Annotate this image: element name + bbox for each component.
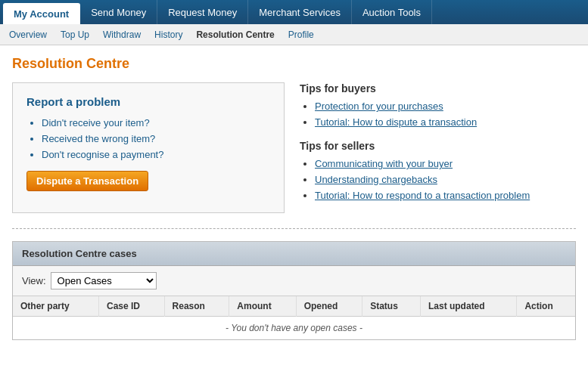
tip-seller-link-1[interactable]: Understanding chargebacks — [315, 174, 437, 185]
dispute-transaction-button[interactable]: Dispute a Transaction — [26, 171, 148, 191]
subnav-history[interactable]: History — [154, 29, 182, 40]
subnav-withdraw[interactable]: Withdraw — [103, 29, 141, 40]
page-content: Resolution Centre Report a problem Didn'… — [0, 45, 588, 351]
tips-sellers-list: Communicating with your buyer Understand… — [300, 158, 576, 201]
tip-buyer-0: Protection for your purchases — [315, 101, 576, 112]
section-divider — [12, 228, 576, 229]
tip-buyer-1: Tutorial: How to dispute a transaction — [315, 116, 576, 128]
no-cases-row: - You don't have any open cases - — [13, 317, 575, 340]
view-label: View: — [22, 275, 46, 286]
nav-tab-my-account[interactable]: My Account — [3, 3, 80, 24]
subnav-top-up[interactable]: Top Up — [61, 29, 89, 40]
page-title: Resolution Centre — [12, 56, 576, 72]
main-layout: Report a problem Didn't receive your ite… — [12, 82, 576, 213]
nav-tab-request-money[interactable]: Request Money — [157, 0, 248, 24]
col-case-id: Case ID — [98, 296, 164, 317]
nav-tab-merchant-services[interactable]: Merchant Services — [248, 0, 352, 24]
tip-seller-1: Understanding chargebacks — [315, 174, 576, 185]
col-action: Action — [517, 296, 575, 317]
col-opened: Opened — [296, 296, 362, 317]
report-problem-box: Report a problem Didn't receive your ite… — [12, 82, 285, 213]
tip-seller-link-2[interactable]: Tutorial: How to respond to a transactio… — [315, 190, 530, 201]
table-header-row: Other party Case ID Reason Amount Opened… — [13, 296, 575, 317]
tip-seller-0: Communicating with your buyer — [315, 158, 576, 169]
no-cases-message: - You don't have any open cases - — [13, 317, 575, 340]
cases-header: Resolution Centre cases — [13, 242, 575, 266]
tip-buyer-link-1[interactable]: Tutorial: How to dispute a transaction — [315, 116, 477, 128]
nav-tab-send-money[interactable]: Send Money — [80, 0, 157, 24]
tips-for-buyers-heading: Tips for buyers — [300, 82, 576, 94]
tips-panel: Tips for buyers Protection for your purc… — [300, 82, 576, 213]
tip-seller-link-0[interactable]: Communicating with your buyer — [315, 158, 453, 169]
report-item-2: Don't recognise a payment? — [42, 149, 270, 160]
report-item-0: Didn't receive your item? — [42, 117, 270, 128]
top-navigation: My Account Send Money Request Money Merc… — [0, 0, 588, 24]
cases-table: Other party Case ID Reason Amount Opened… — [13, 296, 575, 339]
report-item-1: Received the wrong item? — [42, 133, 270, 144]
nav-tab-auction-tools[interactable]: Auction Tools — [352, 0, 432, 24]
col-status: Status — [362, 296, 421, 317]
col-other-party: Other party — [13, 296, 98, 317]
subnav-profile[interactable]: Profile — [288, 29, 314, 40]
subnav-overview[interactable]: Overview — [9, 29, 47, 40]
col-amount: Amount — [229, 296, 296, 317]
sub-navigation: Overview Top Up Withdraw History Resolut… — [0, 24, 588, 45]
cases-view-row: View: Open Cases Closed Cases All Cases — [13, 266, 575, 296]
tip-seller-2: Tutorial: How to respond to a transactio… — [315, 190, 576, 201]
subnav-resolution-centre[interactable]: Resolution Centre — [196, 29, 274, 40]
tips-buyers-list: Protection for your purchases Tutorial: … — [300, 101, 576, 128]
report-box-title: Report a problem — [26, 95, 270, 108]
tips-for-sellers-heading: Tips for sellers — [300, 140, 576, 152]
cases-section: Resolution Centre cases View: Open Cases… — [12, 241, 576, 340]
col-reason: Reason — [164, 296, 229, 317]
report-items-list: Didn't receive your item? Received the w… — [26, 117, 270, 160]
col-last-updated: Last updated — [420, 296, 516, 317]
cases-view-select[interactable]: Open Cases Closed Cases All Cases — [51, 272, 157, 289]
tip-buyer-link-0[interactable]: Protection for your purchases — [315, 101, 443, 112]
